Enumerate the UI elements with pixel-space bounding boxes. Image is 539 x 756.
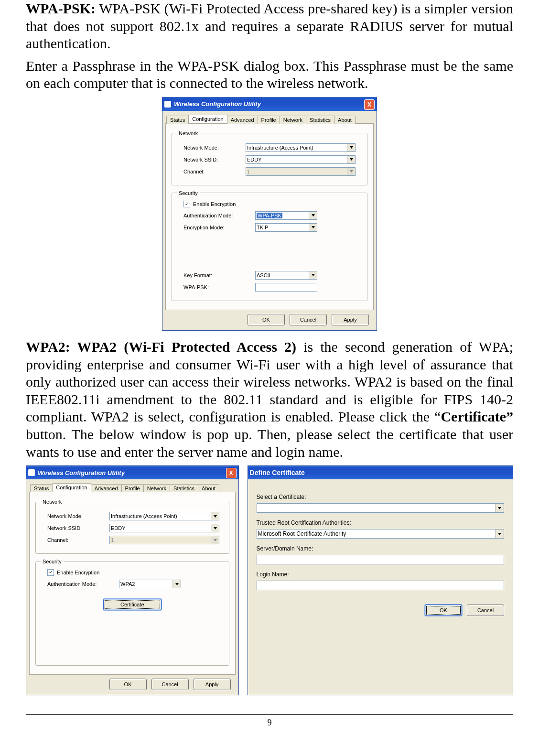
chevron-down-icon: [211, 536, 219, 544]
tab-about[interactable]: About: [198, 484, 219, 492]
group-network: Network Network Mode: Infrastructure (Ac…: [172, 130, 367, 185]
chevron-down-icon: [211, 524, 219, 532]
tab-advanced[interactable]: Advanced: [91, 484, 122, 492]
group-security: Security ✓ Enable Encryption Authenticat…: [172, 190, 367, 301]
select-key-format[interactable]: ASCII: [255, 271, 317, 280]
ok-button[interactable]: OK: [109, 679, 147, 690]
label-network-mode: Network Mode:: [41, 513, 109, 519]
group-network: Network Network Mode: Infrastructure (Ac…: [35, 499, 229, 554]
chevron-down-icon: [309, 271, 317, 279]
tab-advanced[interactable]: Advanced: [227, 116, 258, 124]
select-trusted-root[interactable]: Microsoft Root Certificate Authority: [257, 529, 504, 539]
apply-button[interactable]: Apply: [332, 314, 369, 325]
select-network-ssid[interactable]: EDDY: [246, 155, 356, 164]
tab-strip: Status Configuration Advanced Profile Ne…: [29, 482, 236, 492]
titlebar[interactable]: Wireless Configuration Utility X: [162, 97, 377, 111]
label-enable-encryption: Enable Encryption: [193, 201, 236, 207]
close-icon: X: [229, 470, 233, 476]
tab-configuration[interactable]: Configuration: [52, 483, 91, 492]
label-enc-mode: Encryption Mode:: [177, 225, 255, 230]
select-network-mode[interactable]: Infrastructure (Access Point): [246, 143, 356, 152]
window-config-wpa2: Wireless Configuration Utility X Status …: [26, 465, 239, 695]
select-channel: 1: [246, 167, 356, 176]
chevron-down-icon: [172, 580, 181, 588]
text-wpa2-b: button. The below window is pop up. Then…: [26, 426, 513, 460]
label-select-cert: Select a Certificate:: [257, 494, 504, 500]
tab-profile[interactable]: Profile: [121, 484, 144, 492]
window-define-certificate: Define Certificate Select a Certificate:…: [248, 465, 513, 695]
window-title: Wireless Configuration Utility: [38, 469, 125, 476]
label-key-format: Key Format:: [177, 272, 255, 278]
input-server-domain[interactable]: [257, 555, 504, 564]
label-enable-encryption: Enable Encryption: [57, 570, 99, 575]
group-security-legend: Security: [177, 190, 200, 196]
close-icon: X: [367, 101, 371, 108]
group-network-legend: Network: [177, 130, 200, 136]
chevron-down-icon: [495, 504, 504, 512]
input-wpa-psk[interactable]: [255, 283, 317, 292]
titlebar[interactable]: Define Certificate: [248, 466, 513, 479]
label-auth-mode: Authentication Mode:: [41, 581, 119, 587]
input-login-name[interactable]: [257, 581, 504, 590]
check-icon: ✓: [183, 201, 190, 207]
label-channel: Channel:: [41, 537, 109, 543]
app-icon: [164, 101, 171, 108]
chevron-down-icon: [309, 212, 317, 219]
para-passphrase: Enter a Passphrase in the WPA-PSK dialog…: [26, 57, 513, 92]
footer-rule: [26, 714, 513, 715]
select-certificate[interactable]: [257, 503, 504, 513]
bold-certificate: Certificate”: [441, 409, 513, 424]
app-icon: [28, 469, 35, 476]
chevron-down-icon: [211, 512, 219, 520]
page-number: 9: [0, 718, 539, 728]
tab-statistics[interactable]: Statistics: [306, 116, 334, 124]
para-wpa-psk: WPA-PSK: WPA-PSK (Wi-Fi Protected Access…: [26, 0, 513, 53]
close-button[interactable]: X: [364, 99, 375, 110]
tab-network[interactable]: Network: [143, 484, 170, 492]
select-enc-mode[interactable]: TKIP: [255, 223, 317, 232]
tab-profile[interactable]: Profile: [258, 116, 280, 124]
group-security: Security ✓ Enable Encryption Authenticat…: [35, 559, 229, 666]
group-network-legend: Network: [41, 499, 64, 505]
tab-about[interactable]: About: [334, 116, 356, 124]
tab-status[interactable]: Status: [30, 484, 53, 492]
label-trusted-root: Trusted Root Certification Authorities:: [257, 519, 504, 526]
label-login-name: Login Name:: [257, 571, 504, 578]
lead-wpa-psk: WPA-PSK:: [26, 0, 96, 16]
select-network-ssid[interactable]: EDDY: [109, 524, 219, 532]
lead-wpa2: WPA2: WPA2 (Wi-Fi Protected Access 2): [26, 339, 296, 355]
tab-statistics[interactable]: Statistics: [170, 484, 198, 492]
label-server-domain: Server/Domain Name:: [257, 545, 504, 552]
apply-button[interactable]: Apply: [194, 679, 231, 690]
tab-configuration[interactable]: Configuration: [188, 115, 227, 123]
cancel-button[interactable]: Cancel: [151, 679, 189, 690]
cancel-button[interactable]: Cancel: [467, 605, 504, 616]
window-config-wpapsk: Wireless Configuration Utility X Status …: [162, 97, 377, 331]
tab-status[interactable]: Status: [166, 116, 189, 124]
label-network-ssid: Network SSID:: [177, 157, 246, 162]
checkbox-enable-encryption[interactable]: ✓ Enable Encryption: [183, 201, 362, 207]
ok-button[interactable]: OK: [248, 314, 285, 325]
close-button[interactable]: X: [226, 468, 237, 478]
tab-strip: Status Configuration Advanced Profile Ne…: [165, 114, 374, 124]
chevron-down-icon: [347, 156, 355, 163]
select-auth-mode[interactable]: WPA-PSK: [255, 211, 317, 220]
certificate-button[interactable]: Certificate: [103, 599, 162, 610]
label-wpa-psk: WPA-PSK:: [177, 284, 255, 290]
chevron-down-icon: [347, 144, 355, 151]
cancel-button[interactable]: Cancel: [290, 314, 327, 325]
label-channel: Channel:: [177, 169, 246, 174]
para-wpa2: WPA2: WPA2 (Wi-Fi Protected Access 2) is…: [26, 338, 513, 461]
select-network-mode[interactable]: Infrastructure (Access Point): [109, 512, 219, 520]
checkbox-enable-encryption[interactable]: ✓ Enable Encryption: [47, 569, 224, 576]
select-channel: 1: [109, 536, 219, 544]
label-network-mode: Network Mode:: [177, 145, 246, 151]
window-title: Wireless Configuration Utility: [174, 100, 261, 108]
label-auth-mode: Authentication Mode:: [177, 213, 255, 218]
window-title: Define Certificate: [250, 469, 305, 476]
tab-network[interactable]: Network: [280, 116, 306, 124]
chevron-down-icon: [309, 224, 317, 231]
titlebar[interactable]: Wireless Configuration Utility X: [26, 466, 238, 479]
select-auth-mode[interactable]: WPA2: [119, 580, 181, 588]
ok-button[interactable]: OK: [425, 605, 462, 616]
